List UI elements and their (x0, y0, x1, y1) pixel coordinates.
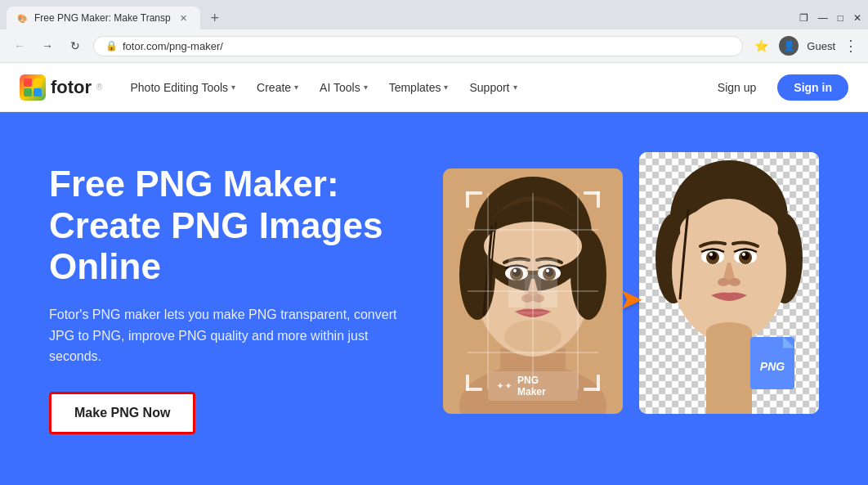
hero-content: Free PNG Maker: Create PNG Images Online… (49, 164, 443, 434)
svg-point-59 (741, 252, 749, 260)
bookmarks-button[interactable]: ⭐ (751, 36, 771, 56)
svg-rect-43 (541, 275, 557, 291)
website: fotor® Photo Editing Tools ▾ Create ▾ AI… (0, 63, 868, 485)
logo-text: fotor (51, 77, 92, 98)
hero-section: Free PNG Maker: Create PNG Images Online… (0, 112, 868, 485)
svg-rect-46 (541, 291, 557, 308)
before-image: ✦✦ PNG Maker (443, 168, 623, 414)
url-bar[interactable]: 🔒 fotor.com/png-maker/ (93, 36, 743, 56)
chevron-down-icon: ▾ (513, 83, 517, 92)
svg-rect-36 (597, 375, 600, 391)
window-controls: ❐ — □ ✕ (799, 12, 868, 24)
tab-favicon: 🎨 (16, 12, 28, 24)
logo-icon (20, 74, 46, 101)
svg-rect-45 (525, 291, 541, 308)
nav-actions: Sign up Sign in (705, 74, 848, 101)
logo-sup: ® (96, 83, 102, 92)
svg-point-51 (680, 205, 778, 254)
site-nav: fotor® Photo Editing Tools ▾ Create ▾ AI… (0, 63, 868, 112)
signin-button[interactable]: Sign in (777, 74, 848, 101)
maximize-button[interactable]: □ (838, 12, 843, 24)
svg-rect-2 (24, 88, 32, 97)
nav-item-templates[interactable]: Templates ▾ (381, 74, 457, 101)
png-file-icon: PNG (750, 337, 803, 397)
nav-item-support[interactable]: Support ▾ (461, 74, 525, 101)
profile-avatar[interactable]: 👤 (779, 36, 799, 56)
nav-item-label: Support (469, 81, 509, 94)
nav-item-create[interactable]: Create ▾ (248, 74, 306, 101)
tab-title: Free PNG Maker: Make Transp (34, 12, 171, 24)
svg-point-53 (706, 322, 752, 342)
nav-item-label: Templates (389, 81, 441, 94)
svg-point-62 (718, 278, 729, 286)
refresh-button[interactable]: ↻ (65, 36, 85, 56)
tab-bar: 🎨 Free PNG Maker: Make Transp ✕ + ❐ — □ … (0, 0, 868, 29)
svg-rect-1 (34, 79, 42, 87)
nav-menu: Photo Editing Tools ▾ Create ▾ AI Tools … (122, 74, 704, 101)
png-maker-label: ✦✦ PNG Maker (488, 371, 578, 401)
svg-rect-38 (508, 258, 525, 275)
hero-description: Fotor's PNG maker lets you make PNG tran… (49, 304, 409, 367)
hero-images: ✦✦ PNG Maker ➤ (443, 152, 819, 447)
arrow-icon: ➤ (619, 282, 643, 317)
svg-point-60 (709, 253, 713, 256)
nav-item-label: Photo Editing Tools (130, 81, 228, 94)
active-tab[interactable]: 🎨 Free PNG Maker: Make Transp ✕ (7, 7, 200, 29)
nav-item-ai-tools[interactable]: AI Tools ▾ (311, 74, 376, 101)
svg-rect-34 (466, 375, 469, 391)
logo-link[interactable]: fotor® (20, 74, 102, 101)
cta-button[interactable]: Make PNG Now (49, 392, 195, 434)
collapse-button[interactable]: ❐ (799, 12, 808, 24)
svg-rect-3 (34, 88, 42, 97)
close-button[interactable]: ✕ (853, 12, 861, 24)
tab-close-button[interactable]: ✕ (177, 11, 190, 25)
address-bar: ← → ↻ 🔒 fotor.com/png-maker/ ⭐ 👤 Guest ⋮ (0, 29, 868, 62)
nav-item-photo-editing[interactable]: Photo Editing Tools ▾ (122, 74, 244, 101)
svg-point-58 (709, 252, 717, 260)
svg-rect-52 (706, 332, 752, 414)
minimize-button[interactable]: — (818, 12, 828, 24)
new-tab-button[interactable]: + (204, 7, 226, 29)
svg-rect-40 (541, 258, 557, 275)
svg-rect-0 (24, 79, 32, 87)
chevron-down-icon: ▾ (364, 83, 368, 92)
nav-item-label: AI Tools (320, 81, 360, 94)
svg-rect-41 (508, 275, 525, 291)
url-text: fotor.com/png-maker/ (123, 40, 223, 52)
guest-label: Guest (807, 40, 835, 52)
svg-rect-42 (525, 275, 541, 291)
svg-point-61 (742, 253, 745, 256)
chevron-down-icon: ▾ (444, 83, 448, 92)
svg-rect-39 (525, 258, 541, 275)
nav-item-label: Create (257, 81, 291, 94)
back-button[interactable]: ← (10, 36, 29, 56)
lock-icon: 🔒 (105, 40, 118, 52)
chevron-down-icon: ▾ (231, 83, 235, 92)
svg-rect-30 (466, 191, 469, 208)
svg-rect-44 (508, 291, 525, 308)
hero-title: Free PNG Maker: Create PNG Images Online (49, 164, 443, 288)
after-image: PNG (639, 152, 819, 414)
signup-button[interactable]: Sign up (705, 74, 769, 101)
browser-extras: ⭐ 👤 Guest ⋮ (751, 36, 858, 56)
browser-menu-button[interactable]: ⋮ (843, 37, 858, 55)
forward-button[interactable]: → (38, 36, 57, 56)
browser-chrome: 🎨 Free PNG Maker: Make Transp ✕ + ❐ — □ … (0, 0, 868, 63)
chevron-down-icon: ▾ (294, 83, 298, 92)
svg-rect-32 (597, 191, 600, 208)
svg-point-63 (729, 278, 740, 286)
